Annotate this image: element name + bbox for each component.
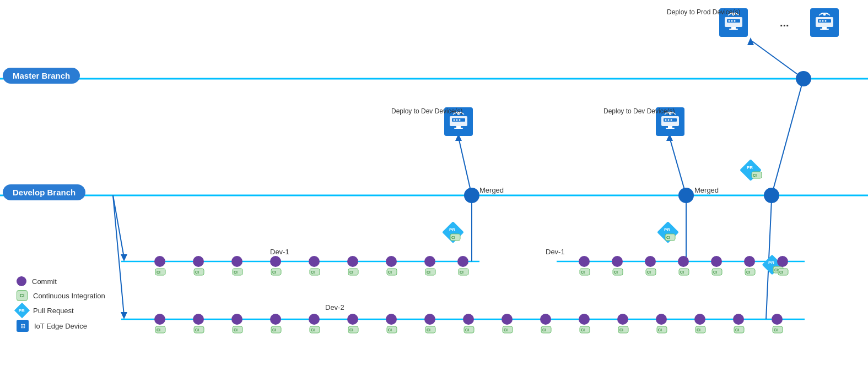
svg-text:CI: CI — [465, 328, 469, 332]
svg-marker-8 — [121, 312, 127, 319]
svg-point-127 — [617, 314, 628, 325]
svg-point-161 — [729, 20, 730, 22]
svg-point-73 — [612, 256, 623, 267]
svg-point-171 — [825, 20, 827, 22]
svg-text:PR: PR — [768, 260, 774, 265]
svg-point-58 — [347, 256, 358, 267]
svg-point-67 — [457, 256, 468, 267]
svg-text:CI: CI — [658, 328, 662, 332]
svg-rect-156 — [668, 126, 672, 128]
svg-text:CI: CI — [619, 328, 623, 332]
svg-text:PR: PR — [449, 227, 455, 232]
deploy-prod-label-1: Deploy to Prod Device(s) — [667, 8, 740, 17]
legend-pr-label: Pull Request — [33, 307, 74, 315]
svg-text:CI: CI — [581, 328, 585, 332]
svg-text:CI: CI — [349, 270, 353, 274]
svg-text:CI: CI — [234, 270, 238, 274]
svg-point-41 — [764, 188, 779, 203]
svg-text:CI: CI — [680, 270, 684, 274]
svg-text:CI: CI — [388, 270, 392, 274]
svg-rect-157 — [666, 128, 675, 129]
legend-iot-icon: ⊞ — [17, 320, 29, 332]
svg-text:CI: CI — [427, 328, 430, 332]
svg-point-139 — [772, 314, 783, 325]
svg-point-52 — [270, 256, 281, 267]
master-branch-label: Master Branch — [3, 68, 80, 84]
svg-point-146 — [456, 119, 458, 121]
svg-point-170 — [822, 20, 824, 22]
ellipsis: ... — [780, 17, 789, 29]
svg-text:CI: CI — [542, 328, 546, 332]
svg-text:CI: CI — [746, 270, 750, 274]
svg-point-70 — [579, 256, 590, 267]
svg-point-106 — [347, 314, 358, 325]
svg-point-46 — [193, 256, 204, 267]
svg-point-162 — [731, 20, 733, 22]
svg-point-103 — [309, 314, 320, 325]
svg-text:CI: CI — [666, 236, 670, 239]
deploy-dev-label-1: Deploy to Dev Device(s) — [391, 107, 462, 116]
iot-box-prod-2 — [810, 8, 839, 37]
svg-text:CI: CI — [427, 270, 430, 274]
legend-commit-item: Commit — [17, 276, 105, 286]
svg-point-82 — [711, 256, 722, 267]
legend-commit-icon — [17, 276, 26, 286]
svg-point-118 — [502, 314, 513, 325]
svg-text:CI: CI — [311, 328, 315, 332]
svg-point-55 — [309, 256, 320, 267]
svg-text:CI: CI — [774, 268, 778, 272]
svg-point-115 — [463, 314, 474, 325]
svg-point-94 — [193, 314, 204, 325]
svg-point-39 — [464, 188, 479, 203]
svg-point-42 — [796, 71, 811, 86]
legend-ci-icon: CI — [17, 290, 28, 301]
svg-point-147 — [459, 119, 461, 121]
develop-branch-label: Develop Branch — [3, 184, 85, 200]
dev1-first-label: Dev-1 — [270, 248, 289, 256]
svg-point-88 — [777, 256, 788, 267]
svg-point-100 — [270, 314, 281, 325]
svg-line-19 — [670, 138, 686, 195]
svg-point-154 — [668, 119, 670, 121]
svg-line-5 — [113, 195, 124, 258]
svg-text:CI: CI — [460, 270, 463, 274]
deploy-dev-label-2: Deploy to Dev Device(s) — [603, 107, 675, 116]
svg-text:CI: CI — [779, 270, 783, 274]
svg-point-145 — [454, 119, 455, 121]
svg-point-169 — [820, 20, 821, 22]
dev2-label: Dev-2 — [325, 303, 344, 312]
svg-text:CI: CI — [697, 328, 700, 332]
svg-point-76 — [645, 256, 656, 267]
svg-text:CI: CI — [581, 270, 585, 274]
svg-point-109 — [386, 314, 397, 325]
svg-text:CI: CI — [157, 270, 160, 274]
svg-point-64 — [424, 256, 435, 267]
svg-point-133 — [694, 314, 705, 325]
svg-text:CI: CI — [735, 328, 739, 332]
svg-point-49 — [231, 256, 242, 267]
svg-text:CI: CI — [774, 328, 778, 332]
svg-text:CI: CI — [647, 270, 651, 274]
svg-rect-173 — [820, 29, 829, 30]
svg-rect-149 — [454, 128, 463, 129]
diagram: PR CI PR CI PR CI PR — [0, 0, 868, 366]
svg-text:CI: CI — [157, 328, 160, 332]
svg-line-29 — [772, 83, 802, 195]
legend-iot-item: ⊞ IoT Edge Device — [17, 320, 105, 332]
merged-label-2: Merged — [694, 186, 719, 194]
main-diagram-svg: PR CI PR CI PR CI PR — [0, 0, 868, 366]
svg-point-124 — [579, 314, 590, 325]
svg-point-136 — [733, 314, 744, 325]
svg-point-97 — [231, 314, 242, 325]
svg-point-130 — [656, 314, 667, 325]
svg-text:CI: CI — [713, 270, 717, 274]
svg-text:CI: CI — [195, 328, 199, 332]
svg-text:PR: PR — [747, 165, 753, 170]
svg-text:CI: CI — [388, 328, 392, 332]
svg-point-61 — [386, 256, 397, 267]
legend-iot-label: IoT Edge Device — [34, 322, 87, 330]
svg-text:CI: CI — [272, 270, 276, 274]
svg-point-155 — [671, 119, 672, 121]
svg-text:CI: CI — [614, 270, 618, 274]
svg-line-31 — [752, 41, 804, 79]
